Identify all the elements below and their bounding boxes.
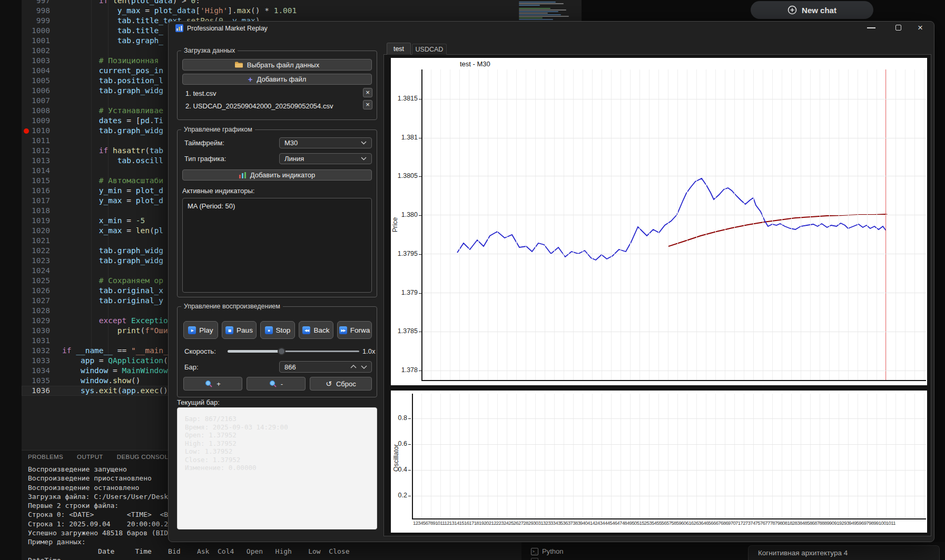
group-playback-label: Управление воспроизведением <box>181 303 283 310</box>
terminal-icon: >_ <box>531 548 538 555</box>
maximize-button[interactable] <box>895 25 901 31</box>
price-plot-area[interactable] <box>422 69 926 380</box>
minimap-line <box>519 3 564 4</box>
forwa-button[interactable]: ▶▶Forwa <box>337 321 372 339</box>
reset-label: Сброс <box>336 380 356 388</box>
ma-line-series <box>668 214 887 246</box>
y-tick-label: 1.379 <box>390 289 418 296</box>
charttype-label: Тип графика: <box>184 155 226 163</box>
console-tab-problems[interactable]: PROBLEMS <box>28 454 63 460</box>
line-number: 1025 <box>22 276 50 286</box>
console-line: DateTime <box>28 556 518 560</box>
oscillator-axis-label: Oscillator <box>392 421 400 495</box>
add-indicator-button[interactable]: Добавить индикатор <box>182 169 372 181</box>
magnifier-icon <box>205 380 212 387</box>
bottom-taskbar: >_ Python Когнитивная архитектура 4 <box>521 542 945 560</box>
play-icon: ▶ <box>188 326 196 334</box>
play-button[interactable]: ▶Play <box>183 321 218 339</box>
new-chat-button[interactable]: New chat <box>751 1 873 19</box>
minimap-line <box>519 13 548 14</box>
tab-usdcad[interactable]: USDCAD <box>412 44 447 55</box>
line-number: 1029 <box>22 316 50 326</box>
breakpoint-icon[interactable] <box>24 128 29 134</box>
charttype-select[interactable]: Линия <box>279 153 372 164</box>
taskbar-cut-icon <box>531 558 538 560</box>
timeframe-label: Таймфрейм: <box>184 139 224 147</box>
current-bar-text: Бар: 867/2163 Время: 2025-09-03 14:29:00… <box>178 408 377 472</box>
playback-button-label: Paus <box>237 326 253 334</box>
taskbar-window-card[interactable]: Когнитивная архитектура 4 <box>748 545 940 560</box>
tab-test[interactable]: test <box>387 43 411 55</box>
bar-spinbox[interactable]: 866 <box>279 361 372 373</box>
reset-button[interactable]: ↺ Сброс <box>310 377 372 391</box>
line-number: 1033 <box>22 356 50 366</box>
speed-label: Скорость: <box>184 347 216 355</box>
code-line: 997 if len(plot_data) > 0: <box>22 0 587 6</box>
screen: 997 if len(plot_data) > 0:998 y_max = pl… <box>0 0 945 560</box>
price-y-axis <box>421 69 422 381</box>
line-number: 1026 <box>22 286 50 296</box>
y-tick-label: 1.380 <box>390 211 418 218</box>
top-bar: New chat <box>582 0 945 21</box>
minimap[interactable] <box>516 0 582 20</box>
y-tick-label: 0.6 <box>390 440 407 447</box>
paus-button[interactable]: ▮▮Paus <box>222 321 257 339</box>
timeframe-select[interactable]: M30 <box>279 137 372 148</box>
indicator-list[interactable]: MA (Period: 50) <box>182 198 372 293</box>
y-tick <box>408 496 411 496</box>
line-number: 1002 <box>22 46 50 56</box>
group-data-loading-label: Загрузка данных <box>181 47 238 54</box>
line-number: 1001 <box>22 36 50 46</box>
line-number: 1015 <box>22 176 50 186</box>
spin-arrows-icon[interactable] <box>350 365 368 369</box>
y-tick <box>408 418 411 419</box>
forward-icon: ▶▶ <box>339 326 347 334</box>
close-button[interactable]: × <box>918 23 923 32</box>
dialog-titlebar[interactable]: Professional Market Replay <box>175 24 268 32</box>
oscillator-plot-area[interactable] <box>413 394 926 518</box>
add-file-button[interactable]: + Добавить файл <box>182 74 372 85</box>
line-number: 997 <box>22 0 50 6</box>
console-tab-output[interactable]: OUTPUT <box>77 454 103 460</box>
y-tick-label: 1.3805 <box>390 172 418 179</box>
choose-file-label: Выбрать файл данных <box>247 61 319 69</box>
osc-x-axis <box>412 518 926 519</box>
remove-file-button[interactable]: × <box>363 88 372 97</box>
zoom-out-button[interactable]: - <box>247 377 306 391</box>
speed-slider-handle[interactable] <box>278 347 286 355</box>
x-icon: × <box>366 88 370 96</box>
line-number: 1008 <box>22 106 50 116</box>
line-number: 1024 <box>22 266 50 276</box>
magnifier-icon <box>269 380 277 387</box>
remove-file-button[interactable]: × <box>363 100 372 109</box>
line-number: 1004 <box>22 66 50 76</box>
plus-circle-icon <box>788 5 797 15</box>
line-number: 1000 <box>22 26 50 36</box>
reset-icon: ↺ <box>326 379 332 388</box>
minimap-line <box>519 16 569 17</box>
osc-y-axis <box>412 394 413 519</box>
console-tab-debug-console[interactable]: DEBUG CONSOLE <box>117 454 173 460</box>
y-tick-label: 1.3795 <box>390 250 418 257</box>
indicator-item[interactable]: MA (Period: 50) <box>183 198 371 210</box>
zoom-in-button[interactable]: + <box>183 377 242 391</box>
minimap-line <box>519 11 558 12</box>
price-x-axis <box>421 380 926 381</box>
line-number: 1011 <box>22 136 50 146</box>
x-icon: × <box>366 101 370 108</box>
playback-button-label: Back <box>313 326 329 334</box>
line-number: 1019 <box>22 216 50 226</box>
minimap-line <box>519 9 566 11</box>
file-row: 2. USDCAD_202509042000_202509052054.csv <box>185 101 359 111</box>
stop-button[interactable]: ■Stop <box>260 321 295 339</box>
taskbar-python-item[interactable]: >_ Python <box>531 547 563 555</box>
speed-slider[interactable] <box>281 351 359 352</box>
minimize-button[interactable] <box>867 27 875 28</box>
choose-file-button[interactable]: Выбрать файл данных <box>182 59 372 71</box>
line-number: 1023 <box>22 256 50 266</box>
line-number: 1020 <box>22 226 50 236</box>
back-button[interactable]: ◀◀Back <box>299 321 333 339</box>
y-tick-label: 1.3815 <box>390 95 418 102</box>
bar-value: 866 <box>284 363 296 371</box>
y-tick-label: 0.4 <box>390 466 407 473</box>
